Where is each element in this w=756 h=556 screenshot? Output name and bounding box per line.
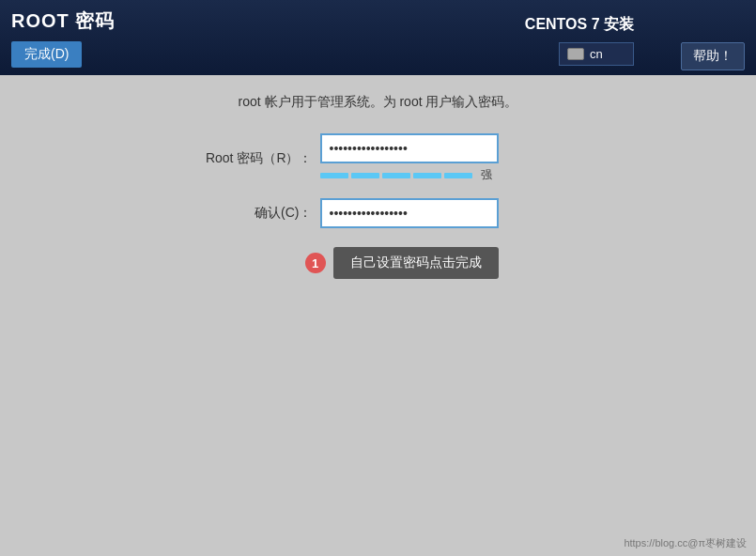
confirm-input[interactable] — [320, 198, 499, 228]
strength-seg-4 — [413, 173, 441, 178]
tooltip-message: 自己设置密码点击完成 — [333, 247, 499, 279]
header-left: ROOT 密码 完成(D) — [11, 8, 115, 68]
keyboard-icon — [567, 48, 584, 60]
tooltip-wrapper: 1 自己设置密码点击完成 — [305, 247, 499, 279]
language-selector[interactable]: cn — [559, 42, 634, 66]
strength-seg-1 — [320, 173, 348, 178]
strength-seg-5 — [444, 173, 472, 178]
done-button[interactable]: 完成(D) — [11, 41, 82, 68]
strength-bar: 强 — [320, 167, 499, 183]
main-content: root 帐户用于管理系统。为 root 用户输入密码。 Root 密码（R）：… — [0, 75, 756, 556]
confirm-row: 确认(C)： — [172, 198, 585, 228]
help-button[interactable]: 帮助！ — [681, 42, 745, 70]
page-title: ROOT 密码 — [11, 8, 115, 34]
password-label: Root 密码（R）： — [172, 150, 313, 167]
password-wrapper: 强 — [320, 133, 585, 183]
password-row: Root 密码（R）： 强 — [172, 133, 585, 183]
password-input[interactable] — [320, 133, 499, 163]
tooltip-badge: 1 — [305, 253, 326, 273]
centos-title: CENTOS 7 安装 — [525, 15, 634, 35]
description-text: root 帐户用于管理系统。为 root 用户输入密码。 — [239, 94, 518, 111]
footer-watermark: https://blog.cc@π枣树建设 — [624, 536, 747, 550]
language-value: cn — [590, 47, 603, 61]
form-area: Root 密码（R）： 强 确认(C)： — [172, 133, 585, 228]
header: ROOT 密码 完成(D) CENTOS 7 安装 cn 帮助！ — [0, 0, 756, 75]
strength-label: 强 — [481, 167, 492, 183]
confirm-label: 确认(C)： — [172, 205, 313, 222]
strength-seg-3 — [382, 173, 410, 178]
strength-seg-2 — [351, 173, 379, 178]
